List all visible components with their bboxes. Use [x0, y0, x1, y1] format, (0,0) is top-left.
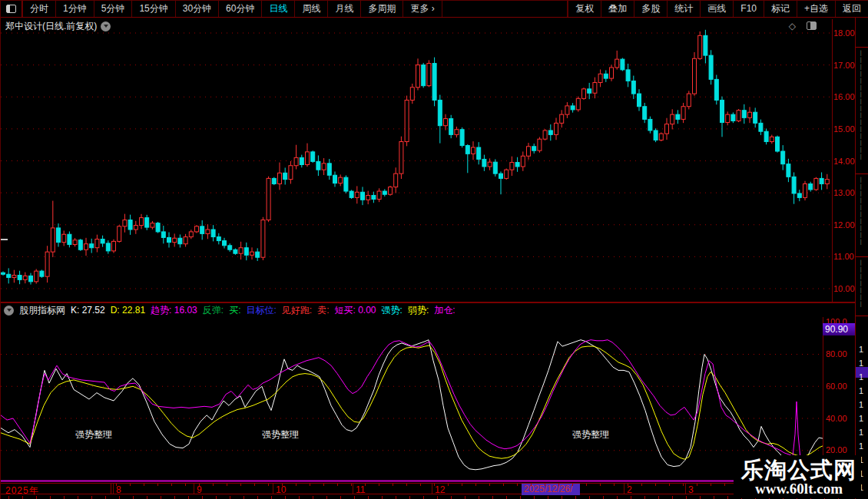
indicator-name[interactable]: 股朋指标网	[19, 304, 65, 317]
action-button-2[interactable]: 叠加	[601, 1, 634, 17]
date-minor-tick	[572, 484, 573, 486]
date-axis[interactable]: 2025年 2025/12/26/五 8910111223	[1, 483, 855, 494]
watermark-url: www.60lt.com	[741, 481, 856, 497]
strip-rank-value: 1	[859, 372, 863, 382]
strip-divider	[856, 47, 868, 48]
date-minor-tick	[600, 484, 601, 486]
date-minor-tick	[171, 484, 172, 486]
strip-rank-value: 1	[859, 359, 863, 368]
bottom-strip-tick	[161, 496, 161, 499]
action-button-9[interactable]: 返回	[836, 1, 868, 17]
bottom-strip-tick	[340, 496, 341, 499]
indicator-field-10: 强势:	[382, 304, 403, 317]
bottom-strip-tick	[658, 496, 659, 499]
bottom-strip-tick	[368, 496, 369, 499]
strip-divider	[856, 316, 868, 316]
indicator-tick-label: 20.00	[826, 445, 856, 454]
date-minor-tick	[406, 484, 407, 486]
month-label: 12	[435, 484, 445, 495]
action-button-1[interactable]: 复权	[568, 1, 601, 17]
candlestick-chart[interactable]	[1, 19, 832, 302]
period-button-3[interactable]: 5分钟	[94, 1, 133, 17]
prev-close-dash	[1, 239, 8, 240]
indicator-chart[interactable]	[1, 317, 824, 483]
period-button-1[interactable]: 分时	[22, 1, 56, 17]
split-view-icon[interactable]	[807, 21, 817, 30]
action-button-5[interactable]: 画线	[701, 1, 734, 17]
chart-title: 郑中设计(日线.前复权)	[5, 20, 97, 33]
month-separator	[353, 484, 353, 494]
date-minor-tick	[323, 484, 324, 486]
strip-divider	[856, 173, 868, 174]
bottom-strip-tick	[244, 496, 244, 499]
bottom-strip-tick	[91, 496, 92, 499]
bottom-strip-tick	[105, 496, 106, 499]
period-toolbar: 分时1分钟5分钟15分钟30分钟60分钟日线周线月线多周期更多 › 复权叠加多股…	[1, 1, 868, 18]
month-label: 11	[356, 484, 365, 495]
layout-window-icon[interactable]	[1, 1, 22, 17]
period-button-2[interactable]: 1分钟	[56, 1, 94, 17]
date-minor-tick	[227, 484, 227, 486]
indicator-field-11: 弱势:	[408, 304, 429, 317]
action-button-6[interactable]: F10	[734, 1, 764, 17]
action-button-4[interactable]: 统计	[668, 1, 701, 17]
year-separator	[111, 484, 111, 494]
strip-rank-value: 1	[859, 386, 863, 395]
bottom-strip-tick	[188, 496, 189, 499]
title-chevron-down-icon[interactable]	[101, 21, 111, 31]
period-button-11[interactable]: 更多 ›	[403, 1, 442, 17]
bottom-strip-tick	[686, 496, 687, 499]
bottom-strip-tick	[133, 496, 134, 499]
watermark-site-name: 乐淘公式网	[741, 458, 856, 481]
date-minor-tick	[724, 484, 725, 486]
date-minor-tick	[517, 484, 518, 486]
bottom-strip-tick	[285, 496, 286, 499]
indicator-field-12: 加仓:	[434, 304, 455, 317]
bottom-strip-tick	[78, 496, 78, 499]
date-minor-tick	[489, 484, 490, 486]
watermark: 乐淘公式网 www.60lt.com	[734, 455, 861, 498]
bottom-strip-tick	[354, 496, 355, 499]
toolbar-spacer	[442, 1, 568, 17]
chart-title-row: 郑中设计(日线.前复权)	[5, 20, 111, 33]
date-minor-tick	[144, 484, 144, 486]
bottom-strip-tick	[119, 496, 120, 499]
bottom-strip-tick	[589, 496, 590, 499]
bottom-strip-tick	[506, 496, 507, 499]
date-minor-tick	[641, 484, 642, 486]
bottom-tick-strip	[1, 495, 855, 499]
period-button-10[interactable]: 多周期	[361, 1, 403, 17]
period-button-5[interactable]: 30分钟	[176, 1, 219, 17]
indicator-field-6: 目标位:	[246, 304, 276, 317]
right-edge-strip[interactable]: 丨丨丨丨丨丨丨丨丨丨丨丨丨丨丨丨 丨丨丨丨丨丨丨丨丨丨 丨丨丨丨丨丨丨 1111…	[855, 18, 868, 499]
bottom-strip-tick	[575, 496, 576, 499]
date-minor-tick	[558, 484, 559, 486]
signal-annotation-1: 强势整理	[75, 428, 112, 441]
date-minor-tick	[586, 484, 587, 486]
diamond-icon[interactable]: ◇	[789, 21, 796, 31]
bottom-strip-tick	[257, 496, 258, 499]
action-button-7[interactable]: 标记	[764, 1, 797, 17]
action-button-8[interactable]: +自选	[797, 1, 836, 17]
month-label: 9	[197, 484, 202, 495]
indicator-chevron-icon[interactable]	[4, 306, 14, 316]
period-button-9[interactable]: 月线	[328, 1, 361, 17]
bottom-strip-tick	[396, 496, 396, 499]
indicator-field-8: 卖:	[317, 304, 329, 317]
bottom-strip-tick	[700, 496, 701, 499]
period-button-8[interactable]: 周线	[295, 1, 328, 17]
bottom-strip-tick	[326, 496, 327, 499]
period-button-7[interactable]: 日线	[262, 1, 295, 17]
bottom-strip-tick	[548, 496, 548, 499]
action-button-3[interactable]: 多股	[634, 1, 668, 17]
month-separator	[432, 484, 432, 494]
bottom-strip-tick	[520, 496, 521, 499]
bottom-strip-tick	[22, 496, 23, 499]
strip-rank-value: 1	[859, 428, 863, 437]
pane-corner-icons: ◇	[789, 21, 817, 31]
period-button-4[interactable]: 15分钟	[132, 1, 175, 17]
bottom-strip-tick	[147, 496, 147, 499]
month-separator	[685, 484, 686, 494]
period-button-6[interactable]: 60分钟	[219, 1, 262, 17]
date-minor-tick	[462, 484, 462, 486]
